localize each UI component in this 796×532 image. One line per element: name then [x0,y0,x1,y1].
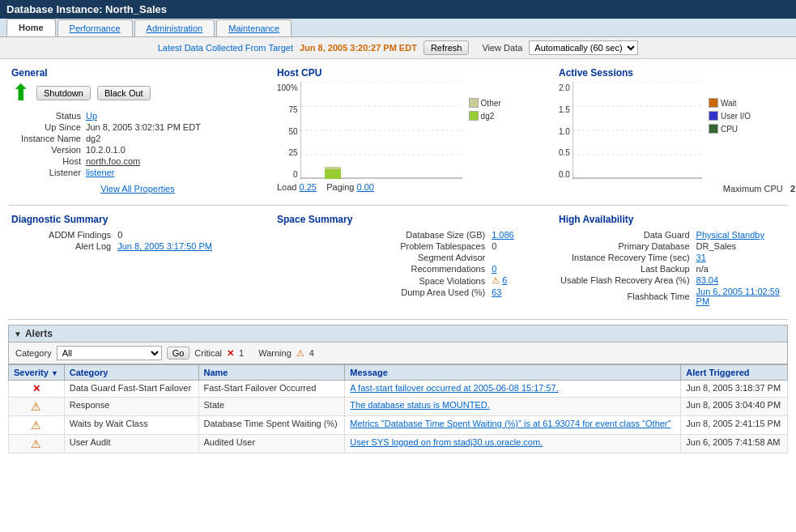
up-arrow-icon: ⬆ [11,82,30,104]
sessions-section: Active Sessions 2.0 1.5 1.0 0.5 0.0 [555,64,796,197]
message-link-0[interactable]: A fast-start failover occurred at 2005-0… [350,383,558,393]
listener-label: Listener [21,168,84,177]
alert-row: ⚠ Waits by Wait Class Database Time Spen… [9,416,788,435]
severity-warning-icon-2: ⚠ [31,419,41,432]
collected-label: Latest Data Collected From Target [158,43,293,53]
cpu-y-axis: 100% 75 50 25 0 [277,82,300,179]
load-value[interactable]: 0.25 [300,182,317,192]
message-cell-1: The database status is MOUNTED. [345,398,681,416]
recovery-time-label: Instance Recovery Time (sec) [560,253,695,262]
category-cell-1: Response [64,398,198,416]
category-cell-3: User Audit [64,435,198,453]
critical-icon: ✕ [227,348,234,359]
problem-ts-row: Problem Tablespaces 0 [279,241,544,251]
general-section: General ⬆ Shutdown Black Out Status Up U… [8,64,267,197]
cpu-section: Host CPU 100% 75 50 25 0 [274,64,549,197]
section-divider-1 [8,205,788,206]
blackout-button[interactable]: Black Out [97,86,151,100]
tab-administration[interactable]: Administration [134,19,215,36]
diagnostic-title: Diagnostic Summary [11,214,264,225]
category-label: Category [15,348,52,358]
severity-warning-icon: ⚠ [31,400,41,413]
max-cpu-label: Maximum CPU [723,184,783,194]
general-title: General [11,67,264,79]
max-cpu-value: 2 [790,184,795,194]
instance-row: Instance Name dg2 [21,134,201,143]
db-size-value[interactable]: 1.086 [492,230,514,240]
tab-administration-link[interactable]: Administration [147,23,203,33]
collected-date: Jun 8, 2005 3:20:27 PM EDT [300,43,417,53]
view-all-properties-link[interactable]: View All Properties [11,184,264,194]
message-link-1[interactable]: The database status is MOUNTED. [350,400,489,410]
legend-userio-label: User I/O [721,112,751,121]
refresh-button[interactable]: Refresh [424,40,470,55]
col-triggered[interactable]: Alert Triggered [681,365,788,381]
critical-count: 1 [239,348,244,358]
segment-row: Segment Advisor [279,253,544,262]
tab-home[interactable]: Home [6,19,56,36]
flash-recovery-value[interactable]: 83.04 [696,275,719,285]
severity-cell-3: ⚠ [9,435,65,453]
page-title: Database Instance: North_Sales [6,3,167,15]
legend-wait-box [709,98,718,108]
paging-value[interactable]: 0.00 [357,182,374,192]
view-data-select[interactable]: Automatically (60 sec) [529,40,638,55]
cpu-chart-container [300,82,462,179]
segment-value[interactable]: 0 [492,264,496,274]
db-size-row: Database Size (GB) 1.086 [279,230,544,240]
tab-maintenance[interactable]: Maintenance [216,19,292,36]
triggered-cell-2: Jun 8, 2005 2:41:15 PM [681,416,788,435]
alerts-filter-bar: Category All Go Critical ✕ 1 Warning ⚠ 4 [8,343,788,364]
category-select[interactable]: All [57,346,162,360]
severity-warning-icon-3: ⚠ [31,437,41,450]
legend-cpu-label: CPU [721,125,738,134]
up-since-row: Up Since Jun 8, 2005 3:02:31 PM EDT [21,122,201,132]
up-since-value: Jun 8, 2005 3:02:31 PM EDT [86,122,201,132]
alerts-section: ▼ Alerts Category All Go Critical ✕ 1 Wa… [8,325,788,453]
col-name[interactable]: Name [198,365,345,381]
dump-label: Dump Area Used (%) [279,287,490,297]
go-button[interactable]: Go [167,347,190,360]
max-cpu: Maximum CPU 2 [559,184,795,194]
legend-other-label: Other [481,99,501,108]
recommendations-row: Recommendations 0 [279,264,544,274]
tab-performance-link[interactable]: Performance [70,23,121,33]
alerts-table-head: Severity ▼ Category Name Message Alert T… [9,365,788,381]
legend-dg2-label: dg2 [481,112,495,121]
dump-value[interactable]: 63 [492,287,501,297]
listener-row: Listener listener [21,168,201,177]
severity-cell-2: ⚠ [9,416,65,435]
space-violations-value[interactable]: 6 [502,275,507,285]
tab-maintenance-link[interactable]: Maintenance [228,23,279,33]
status-value[interactable]: Up [86,111,97,121]
alert-log-value[interactable]: Jun 8, 2005 3:17:50 PM [117,241,212,251]
message-link-2[interactable]: Metrics "Database Time Spent Waiting (%)… [350,419,670,428]
col-category[interactable]: Category [64,365,198,381]
paging-label: Paging [326,182,354,192]
warning-label: Warning [258,348,292,358]
flashback-value[interactable]: Jun 6, 2005 11:02:59 PM [696,287,780,306]
listener-value[interactable]: listener [86,168,114,177]
addm-label: ADDM Findings [13,230,116,240]
view-data-label: View Data [482,43,522,53]
legend-other-box [469,98,479,108]
primary-db-label: Primary Database [560,241,695,251]
col-severity[interactable]: Severity ▼ [9,365,65,381]
shutdown-button[interactable]: Shutdown [36,86,91,100]
alerts-header-row: Severity ▼ Category Name Message Alert T… [9,365,788,381]
category-cell-2: Waits by Wait Class [64,416,198,435]
flash-recovery-row: Usable Flash Recovery Area (%) 83.04 [560,275,794,285]
sessions-title: Active Sessions [559,67,795,79]
data-guard-value[interactable]: Physical Standby [696,230,764,240]
col-message[interactable]: Message [345,365,681,381]
space-violations-row: Space Violations ⚠ 6 [279,275,544,286]
tab-performance[interactable]: Performance [57,19,133,36]
status-row: Status Up [21,111,201,121]
version-row: Version 10.2.0.1.0 [21,145,201,155]
load-label: Load [277,182,296,192]
message-link-3[interactable]: User SYS logged on from stadj30.us.oracl… [350,437,543,447]
alerts-header: ▼ Alerts [8,325,788,343]
up-since-label: Up Since [21,122,84,132]
recovery-time-value[interactable]: 31 [696,253,706,262]
space-table: Database Size (GB) 1.086 Problem Tablesp… [277,228,546,299]
